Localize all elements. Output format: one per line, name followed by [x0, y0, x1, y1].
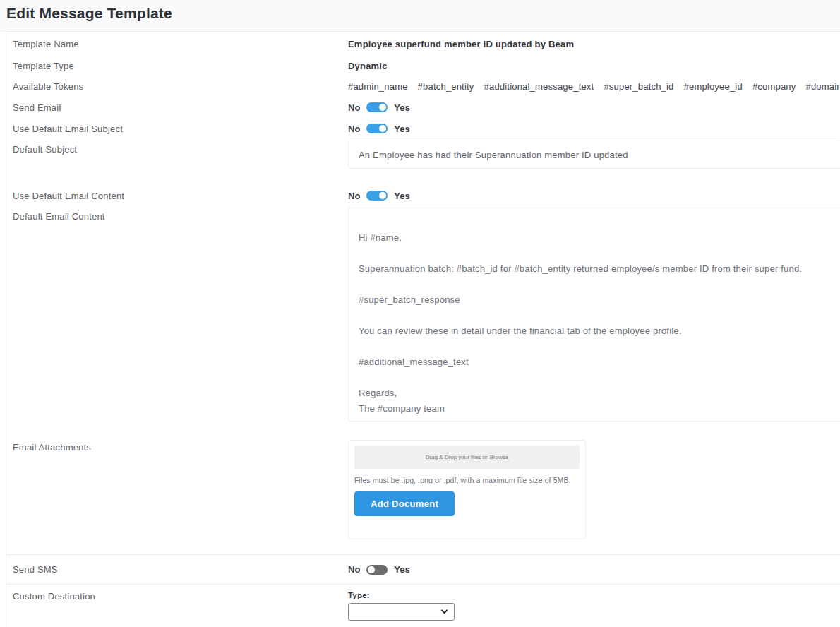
default-email-content-label: Default Email Content [6, 206, 348, 222]
toggle-no-label: No [348, 564, 360, 575]
toggle-knob [379, 104, 386, 111]
send-sms-label: Send SMS [6, 564, 348, 575]
available-tokens-label: Available Tokens [6, 81, 348, 92]
type-select-wrap [348, 603, 455, 621]
toggle-no-label: No [348, 191, 360, 201]
row-available-tokens: Available Tokens #admin_name #batch_enti… [6, 76, 840, 97]
row-template-name: Template Name Employee superfund member … [6, 32, 840, 55]
dropzone-text: Drag & Drop your files or [426, 454, 488, 460]
send-sms-toggle[interactable] [366, 565, 388, 575]
toggle-yes-label: Yes [394, 191, 409, 201]
toggle-no-label: No [348, 124, 360, 134]
token: #batch_entity [418, 81, 474, 92]
send-email-toggle-group: No Yes [348, 102, 840, 113]
row-use-default-email-subject: Use Default Email Subject No Yes [6, 118, 840, 139]
token: #domain [805, 81, 840, 92]
row-template-type: Template Type Dynamic [6, 55, 840, 76]
default-email-content-textarea[interactable]: Hi #name, Superannuation batch: #batch_i… [348, 208, 840, 422]
row-custom-destination: Custom Destination Type: [6, 585, 840, 627]
template-type-value: Dynamic [348, 61, 840, 71]
row-default-email-content: Default Email Content Hi #name, Superann… [6, 206, 840, 422]
page-title: Edit Message Template [6, 5, 840, 22]
add-document-button[interactable]: Add Document [354, 491, 455, 516]
template-name-value: Employee superfund member ID updated by … [348, 39, 840, 49]
toggle-knob [379, 192, 386, 199]
toggle-knob [379, 125, 386, 132]
send-email-label: Send Email [6, 102, 348, 113]
token: #admin_name [348, 81, 408, 92]
type-label: Type: [348, 591, 840, 599]
row-send-email: Send Email No Yes [6, 97, 840, 118]
page-header: Edit Message Template [0, 0, 840, 32]
toggle-yes-label: Yes [394, 564, 409, 575]
default-subject-input[interactable] [348, 141, 840, 169]
row-send-sms: Send SMS No Yes [6, 555, 840, 584]
template-name-label: Template Name [6, 39, 348, 49]
toggle-no-label: No [348, 102, 360, 113]
edit-template-form: Template Name Employee superfund member … [6, 32, 840, 627]
email-attachments-card: Drag & Drop your files or Browse Files m… [348, 440, 586, 539]
row-email-attachments: Email Attachments Drag & Drop your files… [6, 440, 840, 539]
send-email-toggle[interactable] [366, 102, 388, 112]
row-use-default-email-content: Use Default Email Content No Yes [6, 185, 840, 206]
token: #super_batch_id [604, 81, 673, 92]
use-default-email-subject-label: Use Default Email Subject [6, 124, 348, 134]
toggle-yes-label: Yes [394, 102, 409, 113]
custom-destination-label: Custom Destination [6, 591, 348, 602]
use-default-email-content-toggle[interactable] [366, 191, 388, 201]
use-default-email-content-toggle-group: No Yes [348, 191, 840, 201]
send-sms-toggle-group: No Yes [348, 564, 840, 575]
email-attachments-label: Email Attachments [6, 440, 348, 453]
token: #additional_message_text [484, 81, 594, 92]
file-dropzone[interactable]: Drag & Drop your files or Browse [354, 446, 580, 469]
toggle-knob [368, 566, 375, 573]
default-subject-label: Default Subject [6, 139, 348, 155]
row-default-subject: Default Subject [6, 139, 840, 185]
template-type-label: Template Type [6, 61, 348, 71]
token: #employee_id [684, 81, 743, 92]
type-select[interactable] [348, 603, 455, 621]
use-default-email-content-label: Use Default Email Content [6, 191, 348, 201]
use-default-email-subject-toggle[interactable] [366, 124, 388, 133]
token: #company [752, 81, 796, 92]
file-requirements-hint: Files must be .jpg, .png or .pdf, with a… [354, 476, 580, 484]
browse-link[interactable]: Browse [490, 454, 509, 460]
toggle-yes-label: Yes [394, 124, 409, 134]
use-default-email-subject-toggle-group: No Yes [348, 124, 840, 134]
available-tokens-list: #admin_name #batch_entity #additional_me… [348, 81, 840, 92]
